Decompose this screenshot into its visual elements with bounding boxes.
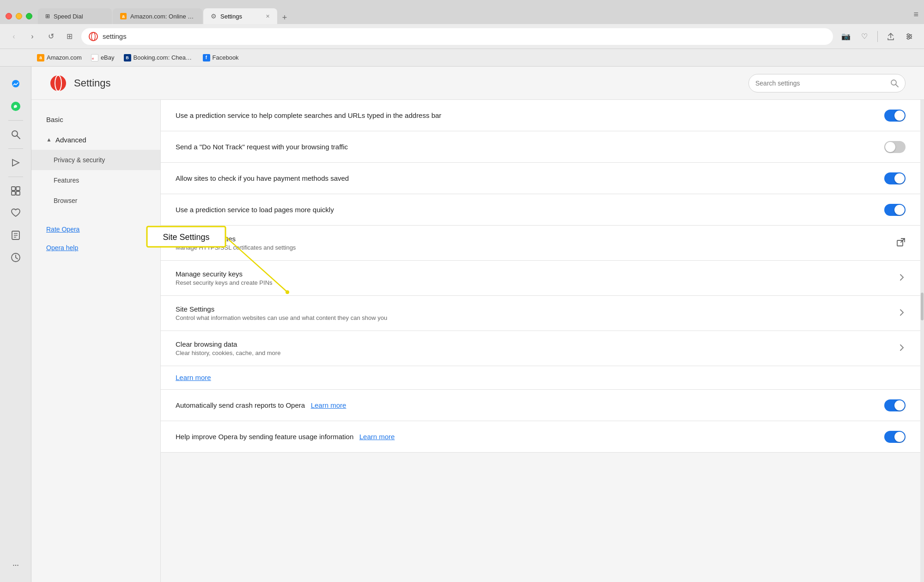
opera-address-icon [89,32,98,41]
booking-favicon: B [124,54,131,61]
toggle-do-not-track-switch[interactable] [884,141,906,153]
speed-dial-tab-icon: ⊞ [45,13,50,19]
toggle-prediction-load-switch[interactable] [884,204,906,216]
messenger-icon-btn[interactable] [6,74,26,94]
toggle-prediction-load[interactable] [884,204,906,216]
favorites-icon-btn[interactable] [6,203,26,223]
maximize-button[interactable] [26,13,32,19]
toggle-help-improve-switch[interactable] [884,431,906,443]
navigation-bar: ‹ › ↺ ⊞ settings 📷 ♡ [0,24,924,49]
chevron-site-settings[interactable] [898,309,906,318]
history-icon-btn[interactable] [6,247,26,268]
browser-frame: ⊞ Speed Dial a Amazon.com: Online Shoppi… [0,0,924,582]
svg-point-9 [12,80,19,87]
reload-button[interactable]: ↺ [44,30,57,43]
crash-reports-learn-more[interactable]: Learn more [311,401,346,409]
search-settings-input[interactable] [755,80,887,87]
search-settings-bar[interactable] [748,74,906,92]
share-icon [887,32,895,41]
tab-speed-dial[interactable]: ⊞ Speed Dial [38,8,112,24]
svg-rect-14 [12,187,15,190]
chevron-security-keys[interactable] [898,274,906,283]
close-button[interactable] [6,13,12,19]
tab-settings-close[interactable]: ✕ [266,13,270,19]
toggle-do-not-track[interactable] [884,141,906,153]
setting-row-site-settings[interactable]: Site Settings Control what information w… [161,296,920,331]
nav-item-basic[interactable]: Basic [31,109,160,129]
setting-label-clear-browsing: Clear browsing data [176,340,898,348]
svg-point-5 [907,34,909,36]
news-icon-btn[interactable] [6,153,26,173]
apps-icon-btn[interactable] [6,181,26,201]
nav-item-browser[interactable]: Browser [31,190,160,211]
setting-label-crash-reports: Automatically send crash reports to Oper… [176,401,884,409]
bookmark-amazon[interactable]: a Amazon.com [37,54,82,61]
toggle-knob [885,142,895,152]
more-icon-btn[interactable]: ··· [6,554,26,575]
camera-button[interactable]: 📷 [839,29,853,44]
whatsapp-icon [10,101,21,112]
tab-menu-button[interactable]: ≡ [913,10,924,24]
back-button[interactable]: ‹ [7,30,20,43]
notes-icon-btn[interactable] [6,225,26,245]
scrollbar-track[interactable] [920,100,924,582]
chevron-right-icon [898,274,906,281]
external-link-certificates[interactable] [896,238,906,249]
share-button[interactable] [883,29,898,44]
nav-opera-help[interactable]: Opera help [31,239,160,257]
setting-text-payment-methods: Allow sites to check if you have payment… [176,174,884,182]
customize-button[interactable] [902,29,917,44]
svg-point-23 [50,75,66,91]
whatsapp-icon-btn[interactable] [6,96,26,116]
toggle-prediction-address[interactable] [884,110,906,122]
chevron-clear-browsing[interactable] [898,344,906,353]
setting-row-clear-browsing[interactable]: Clear browsing data Clear history, cooki… [161,331,920,366]
toggle-crash-reports-switch[interactable] [884,399,906,411]
setting-text-clear-browsing: Clear browsing data Clear history, cooki… [176,340,898,356]
settings-header: Settings [31,67,924,100]
tab-amazon[interactable]: a Amazon.com: Online Shoppin... [113,8,202,24]
setting-row-prediction-load: Use a prediction service to load pages m… [161,194,920,226]
nav-item-features[interactable]: Features [31,170,160,190]
toggle-knob [894,205,905,215]
search-icon-btn[interactable] [6,124,26,145]
toggle-payment-methods-switch[interactable] [884,172,906,184]
scrollbar-thumb[interactable] [921,293,924,320]
setting-label-prediction-address: Use a prediction service to help complet… [176,111,884,119]
favorites-button[interactable]: ♡ [857,29,872,44]
address-text: settings [103,32,127,40]
address-bar[interactable]: settings [81,28,833,45]
setting-text-crash-reports: Automatically send crash reports to Oper… [176,401,884,409]
toggle-prediction-address-switch[interactable] [884,110,906,122]
toggle-payment-methods[interactable] [884,172,906,184]
help-improve-learn-more[interactable]: Learn more [359,433,395,441]
minimize-button[interactable] [16,13,22,19]
bookmark-booking[interactable]: B Booking.com: Cheap... [124,54,194,61]
setting-label-manage-certificates: Manage certificates [176,235,896,243]
nav-item-privacy[interactable]: Privacy & security [31,150,160,170]
nav-item-advanced[interactable]: ▲ Advanced [31,129,160,150]
tab-speed-dial-label: Speed Dial [54,13,83,20]
tab-settings[interactable]: ⚙ Settings ✕ [203,8,277,24]
setting-label-prediction-load: Use a prediction service to load pages m… [176,206,884,214]
nav-rate-opera[interactable]: Rate Opera [31,220,160,239]
setting-label-help-improve: Help improve Opera by sending feature us… [176,433,884,441]
new-tab-button[interactable]: + [278,11,291,24]
svg-marker-13 [12,159,19,166]
learn-more-link[interactable]: Learn more [176,374,211,381]
main-area: ··· Settings [0,67,924,582]
forward-button[interactable]: › [26,30,39,43]
settings-content: Use a prediction service to help complet… [161,100,920,582]
amazon-favicon: a [37,54,44,61]
svg-line-27 [896,85,898,87]
setting-label-site-settings: Site Settings [176,305,898,313]
bookmark-facebook[interactable]: f Facebook [203,54,239,61]
sidebar-icons: ··· [0,67,31,582]
news-icon [11,158,21,168]
bookmark-ebay[interactable]: e eBay [91,54,115,61]
setting-row-manage-certificates[interactable]: Manage certificates Manage HTTPS/SSL cer… [161,226,920,261]
toggle-crash-reports[interactable] [884,399,906,411]
toggle-help-improve[interactable] [884,431,906,443]
grid-button[interactable]: ⊞ [63,30,76,43]
setting-row-security-keys[interactable]: Manage security keys Reset security keys… [161,261,920,296]
